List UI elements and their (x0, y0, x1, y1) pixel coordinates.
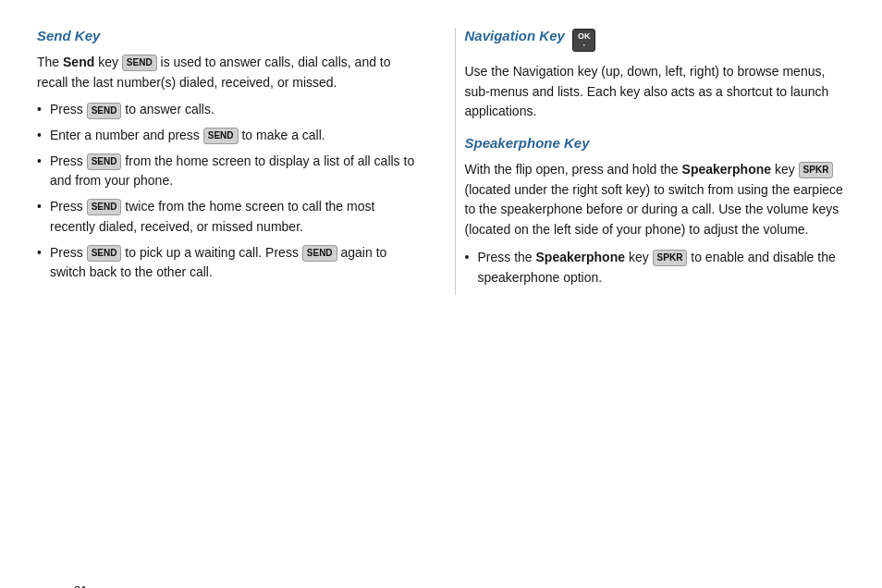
speakerphone-bold-2: Speakerphone (536, 250, 625, 264)
spkr-badge-2: SPKR (653, 250, 688, 266)
list-item: Press SEND twice from the home screen to… (37, 197, 418, 237)
send-key-title: Send Key (37, 28, 418, 43)
right-column: Navigation Key OK ▪ Use the Navigation k… (455, 28, 846, 295)
page-number: 21 (74, 583, 87, 588)
list-item: Press SEND to pick up a waiting call. Pr… (37, 243, 418, 283)
send-key-badge-2: SEND (203, 128, 239, 144)
send-key-badge-3: SEND (87, 153, 122, 170)
send-key-badge-4: SEND (87, 199, 122, 215)
nav-key-body: Use the Navigation key (up, down, left, … (465, 62, 846, 122)
spkr-badge-1: SPKR (799, 162, 834, 178)
list-item: Press the Speakerphone key SPKR to enabl… (465, 248, 846, 288)
list-item: Enter a number and press SEND to make a … (37, 126, 418, 146)
send-key-badge-6: SEND (302, 245, 337, 262)
nav-key-icon: OK ▪ (572, 29, 596, 52)
page-layout: Send Key The Send key SEND is used to an… (37, 28, 845, 295)
speakerphone-key-title: Speakerphone Key (465, 135, 846, 151)
send-key-badge-1: SEND (87, 103, 122, 119)
send-key-badge-5: SEND (87, 245, 122, 262)
left-column: Send Key The Send key SEND is used to an… (37, 28, 427, 295)
send-bold: Send (63, 55, 94, 69)
nav-key-title-row: Navigation Key OK ▪ (465, 28, 846, 53)
send-key-intro: The Send key SEND is used to answer call… (37, 53, 418, 92)
send-key-badge-inline: SEND (122, 55, 157, 71)
send-key-list: Press SEND to answer calls. Enter a numb… (37, 100, 418, 283)
speakerphone-bold-1: Speakerphone (682, 162, 771, 177)
list-item: Press SEND to answer calls. (37, 100, 418, 120)
speakerphone-key-list: Press the Speakerphone key SPKR to enabl… (465, 248, 846, 288)
list-item: Press SEND from the home screen to displ… (37, 152, 418, 191)
nav-key-title: Navigation Key (465, 28, 565, 43)
speakerphone-key-body: With the flip open, press and hold the S… (465, 160, 846, 240)
page-wrapper: Send Key The Send key SEND is used to an… (37, 28, 845, 588)
